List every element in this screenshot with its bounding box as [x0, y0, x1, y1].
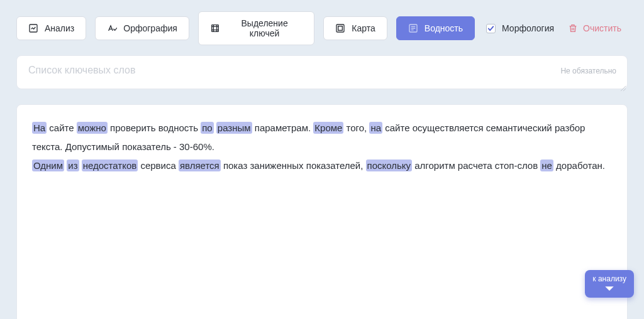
highlighted-word: На — [32, 122, 47, 134]
highlighted-word: Одним — [32, 160, 64, 171]
keywords-icon — [210, 23, 220, 33]
highlighted-word: недостатков — [82, 160, 138, 171]
analysis-icon — [28, 23, 38, 33]
highlighted-word: Кроме — [313, 122, 343, 134]
morphology-toggle[interactable]: Морфология — [484, 17, 557, 40]
map-icon — [335, 23, 345, 33]
trash-icon — [568, 23, 578, 33]
keywords-input[interactable] — [16, 55, 628, 89]
spelling-label: Орфография — [123, 23, 177, 33]
map-button[interactable]: Карта — [323, 16, 387, 40]
spelling-button[interactable]: Орфография — [95, 16, 189, 40]
clear-label: Очистить — [583, 23, 621, 33]
highlighted-word: поскольку — [366, 160, 413, 171]
map-label: Карта — [352, 23, 375, 33]
highlighted-word: по — [201, 122, 213, 134]
keywords-label: Выделение ключей — [226, 18, 303, 38]
wateriness-icon — [408, 23, 418, 33]
highlighted-word: является — [179, 160, 221, 171]
highlighted-word: на — [369, 122, 382, 134]
highlighted-word: не — [540, 160, 553, 171]
svg-rect-3 — [338, 26, 343, 31]
fab-label: к анализу — [592, 274, 626, 283]
checkbox-checked-icon — [486, 24, 496, 33]
toolbar: Анализ Орфография Выделение ключей Карта… — [0, 0, 644, 45]
keywords-input-wrap: Не обязательно — [16, 55, 628, 92]
to-analysis-button[interactable]: к анализу — [585, 270, 634, 298]
morphology-label: Морфология — [502, 23, 554, 33]
highlighted-word: из — [67, 160, 79, 171]
chevron-down-icon — [592, 285, 626, 295]
svg-rect-1 — [212, 25, 219, 32]
highlighted-word: разным — [216, 122, 252, 134]
text-content-panel: На сайте можно проверить водность по раз… — [16, 104, 628, 319]
analysis-button[interactable]: Анализ — [16, 16, 86, 40]
clear-button[interactable]: Очистить — [565, 17, 624, 40]
highlighted-word: можно — [77, 122, 108, 134]
spelling-icon — [107, 23, 117, 33]
svg-rect-2 — [336, 24, 344, 32]
wateriness-label: Водность — [425, 23, 463, 33]
keywords-button[interactable]: Выделение ключей — [198, 11, 314, 45]
analysis-label: Анализ — [45, 23, 74, 33]
wateriness-button[interactable]: Водность — [396, 16, 475, 40]
